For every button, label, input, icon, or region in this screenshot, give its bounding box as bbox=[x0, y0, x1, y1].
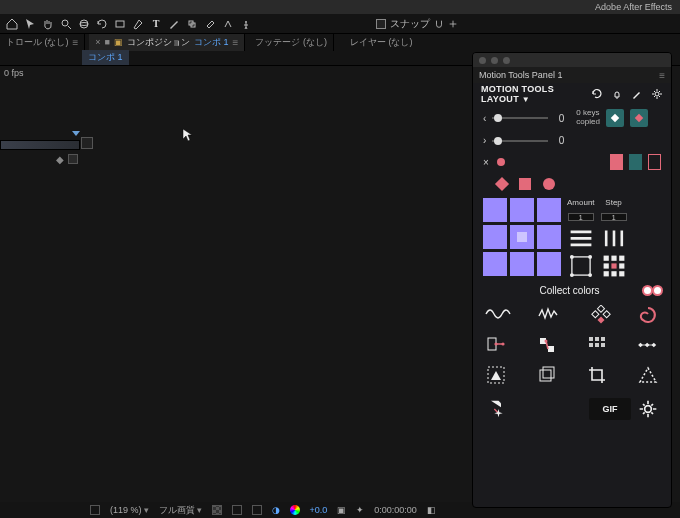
mt-panel-menu-icon[interactable] bbox=[659, 70, 665, 81]
wiggle-rough-icon[interactable] bbox=[538, 306, 566, 324]
crop-icon[interactable] bbox=[586, 364, 608, 386]
snap-options-icon[interactable] bbox=[448, 19, 458, 29]
comp-tab[interactable]: コンポ 1 bbox=[82, 50, 129, 65]
gif-export-button[interactable]: GIF bbox=[589, 398, 631, 420]
channel-icon[interactable]: ◑ bbox=[272, 505, 280, 515]
traffic-max-icon[interactable] bbox=[503, 57, 510, 64]
shape-diamond[interactable] bbox=[495, 177, 509, 191]
snap-toggle[interactable]: スナップ bbox=[376, 17, 458, 31]
amount-input[interactable]: 1 bbox=[568, 213, 594, 221]
anchor-t[interactable] bbox=[510, 198, 534, 222]
shy-icon[interactable] bbox=[68, 154, 78, 164]
layer-stack-icon[interactable] bbox=[536, 364, 558, 386]
text-tool-icon[interactable]: T bbox=[148, 16, 164, 32]
resolution-dropdown[interactable]: フル画質 bbox=[159, 504, 202, 517]
align-h-icon[interactable] bbox=[568, 227, 594, 249]
anchor-tl[interactable] bbox=[483, 198, 507, 222]
zoom-tool-icon[interactable] bbox=[58, 16, 74, 32]
marquee-a-icon[interactable] bbox=[485, 364, 507, 386]
gear-icon[interactable] bbox=[651, 88, 663, 100]
panel-tab-effect-controls[interactable]: トロール (なし) bbox=[0, 34, 85, 51]
label-color-icon[interactable]: ◆ bbox=[56, 154, 64, 165]
grid-tool-icon[interactable] bbox=[586, 334, 608, 356]
rotate-tool-icon[interactable] bbox=[94, 16, 110, 32]
selection-tool-icon[interactable] bbox=[22, 16, 38, 32]
align-v-icon[interactable] bbox=[601, 227, 627, 249]
roto-tool-icon[interactable] bbox=[220, 16, 236, 32]
anchor-b[interactable] bbox=[510, 252, 534, 276]
anchor-l[interactable] bbox=[483, 225, 507, 249]
camera-icon[interactable]: ✦ bbox=[356, 505, 364, 515]
clone-tool-icon[interactable] bbox=[184, 16, 200, 32]
transparency-grid-icon[interactable] bbox=[212, 505, 222, 515]
swatch-fill[interactable] bbox=[610, 154, 623, 170]
refresh-icon[interactable] bbox=[591, 88, 603, 100]
grid-dots-icon[interactable] bbox=[601, 255, 627, 277]
comp-name-link[interactable]: コンポ 1 bbox=[194, 36, 229, 49]
pen-tool-icon[interactable] bbox=[130, 16, 146, 32]
eyedropper-pair-icon[interactable] bbox=[644, 287, 661, 294]
gif-settings-icon[interactable] bbox=[637, 398, 659, 420]
step-input[interactable]: 1 bbox=[601, 213, 627, 221]
exposure-value[interactable]: +0.0 bbox=[310, 505, 328, 515]
panel-menu-icon[interactable] bbox=[233, 37, 239, 48]
take-snapshot-icon[interactable]: ◧ bbox=[427, 505, 436, 515]
mt-window-titlebar[interactable] bbox=[473, 53, 671, 67]
blend-slider[interactable] bbox=[495, 161, 551, 163]
swatch-outline[interactable] bbox=[648, 154, 661, 170]
home-icon[interactable] bbox=[4, 16, 20, 32]
checkbox-icon[interactable] bbox=[376, 19, 386, 29]
wiggle-smooth-icon[interactable] bbox=[485, 306, 513, 324]
triangle-warning-icon[interactable] bbox=[637, 364, 659, 386]
chevron-down-icon[interactable]: ▼ bbox=[522, 95, 530, 104]
edit-icon[interactable] bbox=[631, 88, 643, 100]
close-icon[interactable]: × bbox=[483, 157, 489, 168]
panel-tab-composition[interactable]: × ■ ▣ コンポジション コンポ 1 bbox=[89, 34, 245, 51]
mask-toggle-icon[interactable] bbox=[90, 505, 100, 515]
rect-tool-icon[interactable] bbox=[112, 16, 128, 32]
bell-icon[interactable] bbox=[611, 88, 623, 100]
swatch-teal[interactable] bbox=[629, 154, 642, 170]
ease-in-slider[interactable] bbox=[492, 117, 548, 119]
close-icon[interactable]: × bbox=[95, 37, 100, 47]
panel-menu-icon[interactable] bbox=[73, 37, 79, 48]
spiral-icon[interactable] bbox=[637, 304, 659, 326]
traffic-min-icon[interactable] bbox=[491, 57, 498, 64]
lock-icon[interactable]: ■ bbox=[105, 37, 110, 47]
anchor-r[interactable] bbox=[537, 225, 561, 249]
key-diamonds-icon[interactable] bbox=[590, 304, 612, 326]
snapshot-icon[interactable]: ▣ bbox=[337, 505, 346, 515]
panel-tab-footage[interactable]: フッテージ (なし) bbox=[249, 34, 334, 51]
anchor-bl[interactable] bbox=[483, 252, 507, 276]
orbit-tool-icon[interactable] bbox=[76, 16, 92, 32]
anchor-br[interactable] bbox=[537, 252, 561, 276]
brush-tool-icon[interactable] bbox=[166, 16, 182, 32]
chevron-left-icon[interactable]: ‹ bbox=[483, 113, 486, 124]
anchor-grid[interactable] bbox=[483, 198, 561, 276]
panel-tab-layer[interactable]: レイヤー (なし) bbox=[344, 34, 419, 51]
anchor-tr[interactable] bbox=[537, 198, 561, 222]
collect-colors-button[interactable]: Collect colors bbox=[539, 285, 599, 296]
mask-visibility-icon[interactable] bbox=[232, 505, 242, 515]
shape-square[interactable] bbox=[519, 178, 531, 190]
mt-panel-tab[interactable]: Motion Tools Panel 1 bbox=[473, 67, 671, 83]
zoom-level[interactable]: (119 %) bbox=[110, 505, 149, 515]
key-copy-button[interactable] bbox=[606, 109, 624, 127]
traffic-close-icon[interactable] bbox=[479, 57, 486, 64]
chevron-right-icon[interactable]: › bbox=[483, 135, 486, 146]
twirl-icon[interactable] bbox=[72, 131, 80, 136]
puppet-tool-icon[interactable] bbox=[238, 16, 254, 32]
hand-tool-icon[interactable] bbox=[40, 16, 56, 32]
eraser-tool-icon[interactable] bbox=[202, 16, 218, 32]
anchor-c[interactable] bbox=[510, 225, 534, 249]
key-paste-button[interactable] bbox=[630, 109, 648, 127]
shape-circle[interactable] bbox=[543, 178, 555, 190]
color-mgmt-icon[interactable] bbox=[290, 505, 300, 515]
ease-out-slider[interactable] bbox=[492, 140, 548, 142]
parent-chain-icon[interactable] bbox=[536, 334, 558, 356]
timecode[interactable]: 0:00:00:00 bbox=[374, 505, 417, 515]
sequence-layers-icon[interactable] bbox=[485, 334, 507, 356]
bounds-icon[interactable] bbox=[568, 255, 594, 277]
favorite-page-icon[interactable] bbox=[485, 398, 507, 420]
region-icon[interactable] bbox=[252, 505, 262, 515]
